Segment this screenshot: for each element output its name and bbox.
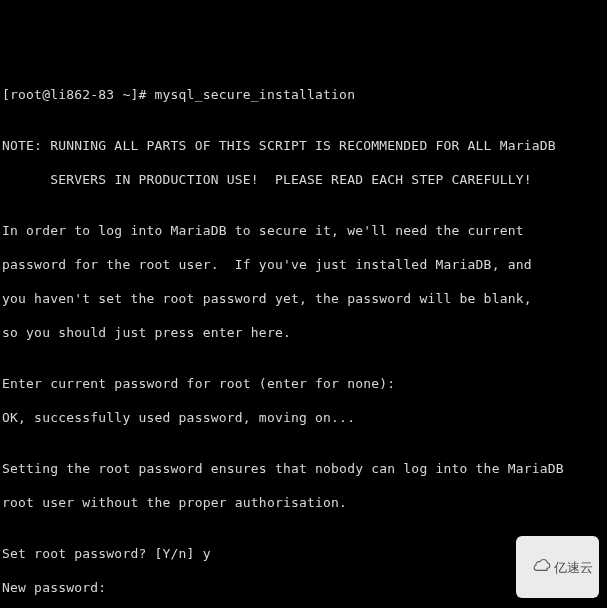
watermark-badge: 亿速云: [516, 536, 599, 598]
terminal-output[interactable]: [root@li862-83 ~]# mysql_secure_installa…: [2, 69, 605, 608]
password-prompt: Enter current password for root (enter f…: [2, 375, 605, 392]
watermark-text: 亿速云: [554, 559, 593, 576]
cloud-icon: [518, 539, 552, 595]
ok-line: OK, successfully used password, moving o…: [2, 409, 605, 426]
note-line: NOTE: RUNNING ALL PARTS OF THIS SCRIPT I…: [2, 137, 605, 154]
intro-line: so you should just press enter here.: [2, 324, 605, 341]
intro-line: password for the root user. If you've ju…: [2, 256, 605, 273]
prompt-line: [root@li862-83 ~]# mysql_secure_installa…: [2, 86, 605, 103]
new-password-prompt: New password:: [2, 579, 605, 596]
info-line: Setting the root password ensures that n…: [2, 460, 605, 477]
set-root-prompt: Set root password? [Y/n] y: [2, 545, 605, 562]
info-line: root user without the proper authorisati…: [2, 494, 605, 511]
intro-line: you haven't set the root password yet, t…: [2, 290, 605, 307]
intro-line: In order to log into MariaDB to secure i…: [2, 222, 605, 239]
note-line: SERVERS IN PRODUCTION USE! PLEASE READ E…: [2, 171, 605, 188]
